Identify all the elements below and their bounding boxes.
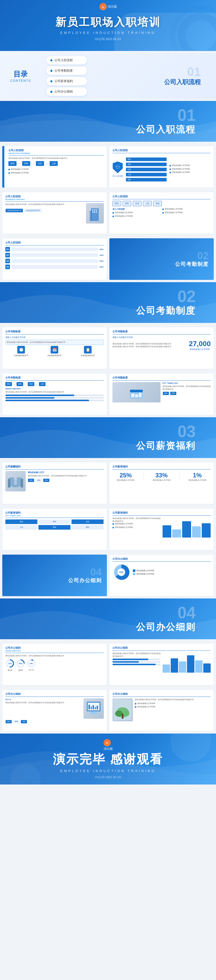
slide-section-03: 03 公司薪资福利 bbox=[0, 417, 216, 458]
num-badge-1: 01 bbox=[5, 247, 10, 251]
big-number-area: 27,000 请在此处输入文字内容 bbox=[189, 340, 211, 351]
mini-section-02: 02 公司考勤制度 bbox=[109, 238, 214, 280]
bar-fill-2 bbox=[11, 253, 98, 257]
section-content-03: 03 公司薪资福利 bbox=[136, 423, 196, 452]
mini-title-of2: 公司办公细则 bbox=[112, 646, 211, 651]
num-item-1: 01 25% bbox=[5, 247, 104, 251]
legend-label-2: 请在此处输入文字内容 bbox=[136, 573, 154, 575]
contents-label-2: 公司考勤制度 bbox=[54, 68, 73, 73]
contents-label-4: 公司办公细则 bbox=[54, 89, 73, 94]
num-item-2: 02 40% bbox=[5, 253, 104, 258]
input-area: 请在此处输入相关文字内容，也可以复制您的文字后在此处选择只粘贴文字。 bbox=[5, 340, 104, 345]
mini-title-of1: 公司办公细则 WORK REPORT bbox=[5, 646, 104, 653]
tag-row: 报到 资料 bbox=[162, 391, 211, 395]
kq-label-1: 点击此处添加文字 bbox=[5, 354, 37, 357]
legend-1: 请在此处输入文字内容 bbox=[133, 570, 211, 572]
slide-section-04: 04 公司办公细则 bbox=[0, 598, 216, 639]
mini-slide-kaoqin3: 公司考勤制度 报到 → 资料 → 培训 → 上岗 WORK REPORT 请在此… bbox=[2, 373, 107, 415]
svg-rect-18 bbox=[13, 485, 18, 487]
col2: 请在此处输入文字内容 请在此处输入文字内容 bbox=[162, 208, 211, 218]
numbered-items: 01 25% 02 40% 03 60% 04 80% bbox=[5, 247, 104, 269]
ob-1 bbox=[162, 665, 170, 673]
flow-list: 报到 资料 培训 上岗 考核 bbox=[126, 157, 167, 182]
office3-content: 93.7% 请在此处输入相关文字内容，也可以复制您的文字后在此处选择只粘贴文字。 bbox=[5, 698, 104, 719]
flow-step-4: 上岗 bbox=[50, 161, 58, 166]
circle-chart-3: 34% bbox=[27, 659, 36, 668]
shield-area: 🛡 员工入职流程 bbox=[112, 162, 123, 177]
flow-step-1: 报到 bbox=[8, 161, 17, 166]
content-with-image: 请在此处输入相关文字内容，也可以复制您的文字后在此处选择只粘贴文字。 点击此处添… bbox=[5, 203, 104, 224]
chart-left: 请在此处输入相关文字内容，也可以复制您的文字后在此处选择只粘贴文字。 请在此处输… bbox=[112, 517, 161, 538]
svg-text:75%: 75% bbox=[8, 663, 12, 665]
svg-rect-34 bbox=[88, 705, 90, 710]
office-barchart bbox=[162, 652, 211, 673]
slides-grid-row6: 公司薪酬福利 请在此处输入文字 请在此处输入相关文字内容，也可以复制您的文字后在… bbox=[0, 460, 216, 506]
sg-4: 上岗 bbox=[5, 525, 38, 530]
li-3: 请在此处输入文字内容 bbox=[169, 171, 211, 173]
li-d: 请在此处输入文字内容 bbox=[162, 211, 211, 214]
contents-left: 目录 CONTENTS bbox=[10, 69, 31, 83]
svg-rect-16 bbox=[8, 479, 10, 488]
svg-rect-10 bbox=[131, 393, 134, 397]
of4-li1: 请在此处输入文字内容 bbox=[135, 702, 211, 705]
slide-section-02: 02 公司考勤制度 bbox=[0, 282, 216, 323]
section-content-01: 01 公司入职流程 bbox=[136, 107, 196, 136]
ppt-text: PPT TEMPLATE 请在此处输入相关文字内容，也可以复制您的文字后在此处选… bbox=[162, 382, 211, 411]
kq-item-3: 📋 点击此处添加文字 bbox=[72, 346, 104, 357]
ppt-template-content: PPT TEMPLATE 请在此处输入相关文字内容，也可以复制您的文字后在此处选… bbox=[112, 382, 211, 411]
li-1: 请在此处输入文字内容 bbox=[169, 164, 211, 167]
kq-icon-3: 📋 bbox=[84, 346, 91, 353]
svg-rect-6 bbox=[94, 212, 95, 213]
mini-title-s4: 公司入职流程 bbox=[112, 195, 211, 199]
svg-rect-3 bbox=[94, 210, 95, 210]
stat-item-3: 1% 请在此处输入文字内容 bbox=[189, 472, 207, 482]
mini-slide-flow1: 公司入职流程 INDUCTION TRAINING 请在此处输入相关文字内容，也… bbox=[2, 146, 107, 188]
pie-container: 72% bbox=[112, 563, 130, 581]
salary-content1: 请在此处输入文字 请在此处输入相关文字内容，也可以复制您的文字后在此处选择只粘贴… bbox=[5, 471, 104, 492]
employee-flow-label: 员工入职流程 bbox=[112, 208, 161, 210]
section-title-01: 公司入职流程 bbox=[136, 123, 196, 136]
office2-content: 请在此处输入相关文字内容，也可以复制您的文字后在此处选择只粘贴文字。 bbox=[112, 652, 211, 673]
salary-tags: 福利 补贴 奖金 bbox=[28, 479, 104, 482]
step-box-2: 资料 bbox=[123, 201, 131, 206]
slides-grid-row7: 公司薪资福利 PPT TEMPLATE 报到 资料 培训 上岗 考核 报到 公司… bbox=[0, 506, 216, 552]
kq-label-3: 点击此处添加文字 bbox=[72, 354, 104, 357]
mini-title-s3: 公司入职流程 BUSINESS REPORT bbox=[5, 195, 104, 202]
section-num-04-mini: 04 bbox=[90, 567, 102, 577]
ob-5 bbox=[195, 660, 202, 673]
sg-6: 报到 bbox=[71, 525, 104, 530]
kq-item-2: 📅 点击此处添加文字 bbox=[39, 346, 71, 357]
circle-chart-1: 75% bbox=[5, 659, 14, 668]
sg-3: 培训 bbox=[71, 519, 104, 524]
stat-item-1: 25% 请在此处输入文字内容 bbox=[117, 472, 135, 482]
chart-li-1: 请在此处输入文字内容 bbox=[112, 522, 161, 525]
svg-point-42 bbox=[123, 711, 129, 716]
svg-rect-4 bbox=[96, 210, 97, 210]
li-2: 请在此处输入文字内容 bbox=[169, 168, 211, 170]
bar-2 bbox=[172, 530, 181, 538]
office2-text: 请在此处输入相关文字内容，也可以复制您的文字后在此处选择只粘贴文字。 bbox=[112, 652, 161, 673]
office4-content: 请在此处输入相关文字内容，也可以复制您的文字后在此处选择只粘贴文字。 请在此处输… bbox=[112, 698, 211, 721]
logo-icon: ▲ bbox=[99, 3, 107, 10]
list-dot bbox=[8, 172, 10, 174]
num-badge-3: 03 bbox=[5, 259, 10, 263]
legend-color-1 bbox=[133, 570, 136, 572]
list-item-1: 请在此处输入文字内容 bbox=[8, 168, 104, 170]
shield-label: 员工入职流程 bbox=[112, 175, 123, 177]
bar-fill-1 bbox=[11, 248, 98, 251]
num-val-3: 60% bbox=[99, 260, 104, 262]
section-number-04: 04 bbox=[136, 605, 196, 621]
mini-title-s1: 公司入职流程 INDUCTION TRAINING bbox=[8, 149, 104, 156]
li-c: 请在此处输入文字内容 bbox=[162, 208, 211, 210]
mini-slide-office2: 公司办公细则 请在此处输入相关文字内容，也可以复制您的文字后在此处选择只粘贴文字… bbox=[109, 643, 214, 686]
mini-title-kq1: 公司考勤制度 bbox=[5, 330, 104, 334]
section-title-02: 公司考勤制度 bbox=[175, 261, 209, 267]
tag-3: 培训 bbox=[126, 168, 167, 171]
kq2-text: 请在此处输入相关文字内容，也可以复制您的文字后在此处选择只粘贴文字。 请在此处输… bbox=[112, 342, 186, 348]
circle-label-1: 项目A bbox=[5, 669, 14, 671]
svg-rect-9 bbox=[130, 390, 143, 392]
num-val-2: 40% bbox=[99, 254, 104, 256]
svg-text:34%: 34% bbox=[30, 663, 33, 665]
mini-title-sal2: 公司薪资福利 bbox=[112, 465, 211, 469]
circle-stats: 75% 项目A 50% 项目B bbox=[5, 659, 104, 671]
